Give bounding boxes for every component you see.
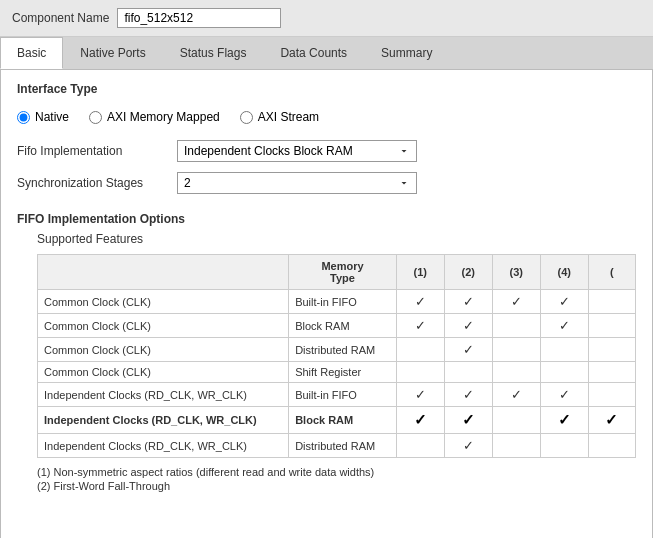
c1-cell	[396, 362, 444, 383]
memory-type-cell: Distributed RAM	[289, 338, 397, 362]
col-4-header: (4)	[540, 255, 588, 290]
interface-type-title: Interface Type	[17, 82, 636, 96]
feature-cell: Independent Clocks (RD_CLK, WR_CLK)	[38, 434, 289, 458]
memory-type-cell: Built-in FIFO	[289, 383, 397, 407]
tab-summary[interactable]: Summary	[364, 37, 449, 69]
memory-type-cell: Block RAM	[289, 314, 397, 338]
c2-cell: ✓	[444, 383, 492, 407]
c5-cell	[588, 434, 635, 458]
col-2-header: (2)	[444, 255, 492, 290]
interface-type-section: Interface Type Native AXI Memory Mapped …	[17, 82, 636, 194]
c1-cell: ✓	[396, 407, 444, 434]
component-name-bar: Component Name	[0, 0, 653, 37]
c4-cell: ✓	[540, 407, 588, 434]
c5-cell: ✓	[588, 407, 635, 434]
c5-cell	[588, 362, 635, 383]
col-5-header: (	[588, 255, 635, 290]
feature-cell: Common Clock (CLK)	[38, 338, 289, 362]
fifo-implementation-label: Fifo Implementation	[17, 144, 177, 158]
c1-cell: ✓	[396, 383, 444, 407]
synchronization-stages-row: Synchronization Stages 2 3 4	[17, 172, 636, 194]
synchronization-stages-select[interactable]: 2 3 4	[177, 172, 417, 194]
footnote-2: (2) First-Word Fall-Through	[37, 480, 636, 492]
c3-cell	[492, 338, 540, 362]
component-name-input[interactable]	[117, 8, 281, 28]
tab-status-flags[interactable]: Status Flags	[163, 37, 264, 69]
col-memtype-header: MemoryType	[289, 255, 397, 290]
table-row: Common Clock (CLK) Distributed RAM ✓	[38, 338, 636, 362]
radio-group: Native AXI Memory Mapped AXI Stream	[17, 110, 636, 124]
tab-basic[interactable]: Basic	[0, 37, 63, 69]
fifo-options-title: FIFO Implementation Options	[17, 212, 636, 226]
c2-cell	[444, 362, 492, 383]
table-row: Independent Clocks (RD_CLK, WR_CLK) Buil…	[38, 383, 636, 407]
radio-axi-stream[interactable]: AXI Stream	[240, 110, 319, 124]
c3-cell: ✓	[492, 383, 540, 407]
memory-type-cell: Built-in FIFO	[289, 290, 397, 314]
c4-cell	[540, 434, 588, 458]
c4-cell	[540, 338, 588, 362]
c3-cell: ✓	[492, 290, 540, 314]
radio-native[interactable]: Native	[17, 110, 69, 124]
memory-type-cell-bold: Block RAM	[289, 407, 397, 434]
c1-cell: ✓	[396, 290, 444, 314]
tabs-container: Basic Native Ports Status Flags Data Cou…	[0, 37, 653, 70]
c2-cell: ✓	[444, 290, 492, 314]
c5-cell	[588, 338, 635, 362]
feature-cell-bold: Independent Clocks (RD_CLK, WR_CLK)	[38, 407, 289, 434]
c1-cell	[396, 434, 444, 458]
footnotes: (1) Non-symmetric aspect ratios (differe…	[37, 466, 636, 492]
c3-cell	[492, 362, 540, 383]
c2-cell: ✓	[444, 434, 492, 458]
fifo-options-section: FIFO Implementation Options Supported Fe…	[17, 212, 636, 492]
content-area: Interface Type Native AXI Memory Mapped …	[0, 70, 653, 538]
synchronization-stages-label: Synchronization Stages	[17, 176, 177, 190]
table-row: Common Clock (CLK) Block RAM ✓ ✓ ✓	[38, 314, 636, 338]
feature-cell: Common Clock (CLK)	[38, 362, 289, 383]
table-row: Common Clock (CLK) Shift Register	[38, 362, 636, 383]
component-name-label: Component Name	[12, 11, 109, 25]
radio-axi-memory-mapped[interactable]: AXI Memory Mapped	[89, 110, 220, 124]
c3-cell	[492, 434, 540, 458]
table-row: Independent Clocks (RD_CLK, WR_CLK) Dist…	[38, 434, 636, 458]
c1-cell	[396, 338, 444, 362]
table-row-highlighted: Independent Clocks (RD_CLK, WR_CLK) Bloc…	[38, 407, 636, 434]
col-feature-header	[38, 255, 289, 290]
c2-cell: ✓	[444, 338, 492, 362]
c4-cell: ✓	[540, 314, 588, 338]
features-table: MemoryType (1) (2) (3) (4) ( Common Cloc…	[37, 254, 636, 458]
col-3-header: (3)	[492, 255, 540, 290]
c1-cell: ✓	[396, 314, 444, 338]
supported-features-label: Supported Features	[17, 232, 636, 246]
table-row: Common Clock (CLK) Built-in FIFO ✓ ✓ ✓ ✓	[38, 290, 636, 314]
fifo-implementation-row: Fifo Implementation Independent Clocks B…	[17, 140, 636, 162]
c4-cell: ✓	[540, 290, 588, 314]
c2-cell: ✓	[444, 314, 492, 338]
col-1-header: (1)	[396, 255, 444, 290]
fifo-implementation-select[interactable]: Independent Clocks Block RAM Common Cloc…	[177, 140, 417, 162]
feature-cell: Common Clock (CLK)	[38, 290, 289, 314]
tab-native-ports[interactable]: Native Ports	[63, 37, 162, 69]
footnote-1: (1) Non-symmetric aspect ratios (differe…	[37, 466, 636, 478]
c5-cell	[588, 290, 635, 314]
c5-cell	[588, 383, 635, 407]
c3-cell	[492, 407, 540, 434]
c4-cell	[540, 362, 588, 383]
c3-cell	[492, 314, 540, 338]
tab-data-counts[interactable]: Data Counts	[263, 37, 364, 69]
c5-cell	[588, 314, 635, 338]
c4-cell: ✓	[540, 383, 588, 407]
memory-type-cell: Distributed RAM	[289, 434, 397, 458]
memory-type-cell: Shift Register	[289, 362, 397, 383]
c2-cell: ✓	[444, 407, 492, 434]
feature-cell: Common Clock (CLK)	[38, 314, 289, 338]
feature-cell: Independent Clocks (RD_CLK, WR_CLK)	[38, 383, 289, 407]
